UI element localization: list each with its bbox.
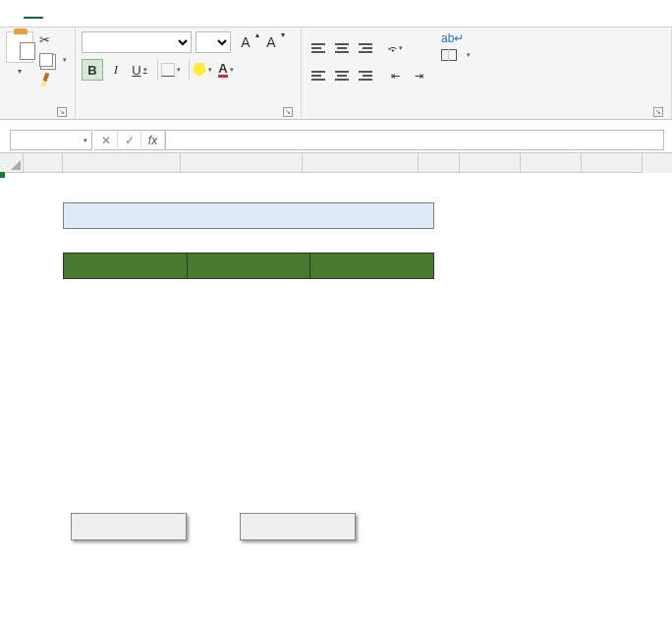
tab-page-layout[interactable] <box>102 10 122 18</box>
fx-button[interactable]: fx <box>141 131 165 150</box>
alignment-launcher[interactable]: ↘ <box>653 107 663 117</box>
italic-button[interactable]: I <box>105 59 127 81</box>
tab-review[interactable] <box>181 10 200 18</box>
fill-color-button[interactable]: ▾ <box>192 59 213 81</box>
col-head-D[interactable] <box>303 153 419 173</box>
tab-view[interactable] <box>161 10 181 18</box>
tab-formulas[interactable] <box>141 10 161 18</box>
increase-indent-button[interactable]: ⇥ <box>408 65 429 86</box>
align-middle-button[interactable] <box>331 37 353 59</box>
font-color-button[interactable]: A▾ <box>215 59 237 81</box>
select-all-corner[interactable] <box>0 153 24 173</box>
clipboard-label: ↘ <box>6 115 69 119</box>
col-head-G[interactable] <box>521 153 582 173</box>
align-left-button[interactable] <box>308 65 329 86</box>
cancel-formula-button[interactable]: ✕ <box>94 131 118 150</box>
sheet-title <box>63 202 434 229</box>
scissors-icon: ✂ <box>39 32 50 47</box>
paste-icon[interactable] <box>6 31 33 63</box>
col-head-C[interactable] <box>181 153 303 173</box>
tab-data[interactable] <box>122 10 141 18</box>
th-card <box>187 254 310 279</box>
group-alignment: ⤽▾ ⇤ ⇥ ab↵ ▾ ↘ <box>302 28 672 119</box>
active-cell-indicator <box>0 173 4 177</box>
borders-icon <box>161 63 175 77</box>
cut-button[interactable]: ✂ <box>37 31 69 48</box>
accept-formula-button[interactable]: ✓ <box>118 131 141 150</box>
tab-draw[interactable] <box>83 10 102 18</box>
align-top-button[interactable] <box>308 37 329 59</box>
font-color-icon: A <box>218 63 227 78</box>
brush-icon <box>41 73 50 87</box>
decrease-indent-button[interactable]: ⇤ <box>384 65 406 86</box>
align-bottom-button[interactable] <box>355 37 376 59</box>
orientation-button[interactable]: ⤽▾ <box>384 37 406 59</box>
copy-button[interactable]: ▾ <box>37 52 69 68</box>
col-head-F[interactable] <box>460 153 521 173</box>
borders-button[interactable]: ▾ <box>160 59 182 81</box>
th-account <box>64 254 188 279</box>
font-size-combo[interactable] <box>196 31 231 53</box>
clipboard-launcher[interactable]: ↘ <box>57 107 67 117</box>
align-center-button[interactable] <box>331 65 353 86</box>
increase-font-button[interactable]: A▴ <box>235 31 256 53</box>
underline-button[interactable]: U▾ <box>129 59 150 81</box>
fill-icon <box>193 63 206 77</box>
col-head-B[interactable] <box>63 153 181 173</box>
data-table <box>63 253 434 279</box>
merge-icon <box>441 49 457 61</box>
group-clipboard: ▾ ✂ ▾ ↘ <box>0 28 76 119</box>
font-label: ↘ <box>82 115 295 119</box>
decrypt-button[interactable] <box>240 513 356 540</box>
th-password <box>310 254 434 279</box>
merge-center-button[interactable]: ▾ <box>441 49 471 61</box>
tab-home[interactable] <box>24 9 43 19</box>
wrap-text-button[interactable]: ab↵ <box>441 31 471 45</box>
paste-dropdown[interactable]: ▾ <box>18 67 22 76</box>
col-head-E[interactable] <box>419 153 460 173</box>
alignment-label: ↘ <box>308 115 665 119</box>
name-box[interactable]: ▾ <box>10 130 92 150</box>
font-launcher[interactable]: ↘ <box>283 107 293 117</box>
tab-file[interactable] <box>4 10 24 18</box>
menu-bar <box>0 0 672 28</box>
decrease-font-button[interactable]: A▾ <box>260 31 282 53</box>
bold-button[interactable]: B <box>82 59 103 81</box>
ribbon: ▾ ✂ ▾ ↘ A▴ A▾ B I U▾ ▾ <box>0 28 672 120</box>
col-head-H[interactable] <box>582 153 643 173</box>
copy-icon <box>39 53 53 67</box>
formula-input[interactable] <box>166 130 664 150</box>
encrypt-button[interactable] <box>71 513 187 540</box>
format-painter-button[interactable] <box>37 72 69 87</box>
group-font: A▴ A▾ B I U▾ ▾ ▾ A▾ ↘ <box>76 28 302 119</box>
align-right-button[interactable] <box>355 65 376 86</box>
formula-bar: ▾ ✕ ✓ fx <box>0 128 672 153</box>
font-name-combo[interactable] <box>82 31 192 53</box>
tab-insert[interactable] <box>63 10 83 18</box>
tab-developer[interactable] <box>43 10 63 18</box>
col-head-A[interactable] <box>24 153 63 173</box>
wrap-icon: ab↵ <box>441 31 464 45</box>
